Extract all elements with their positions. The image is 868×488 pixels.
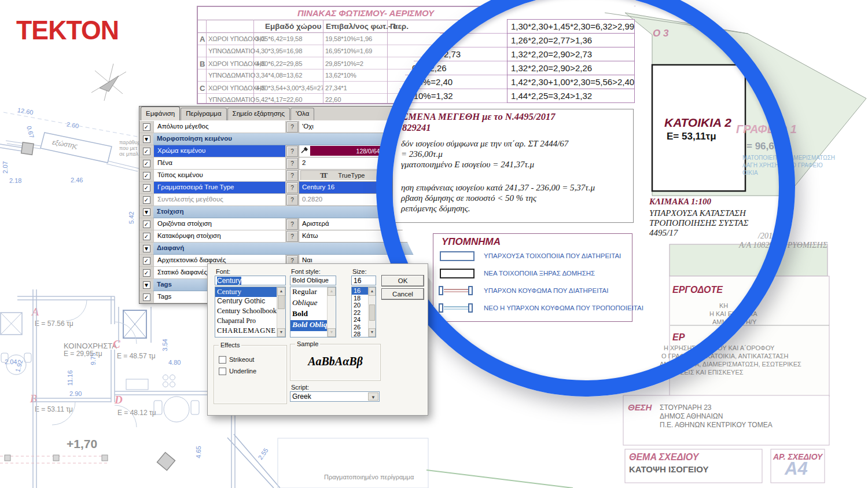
row-required: 22,60 [325, 96, 341, 103]
row-checkbox[interactable]: ✓ [139, 267, 153, 279]
row-checkbox[interactable]: ✓ [139, 157, 153, 170]
scroll-up-icon: ▲ [328, 287, 336, 296]
row-checkbox[interactable]: ✓ [139, 170, 153, 182]
property-label: Πένα [153, 157, 286, 170]
property-label: Συντελεστής μεγέθους [153, 194, 286, 206]
thema-label: ΘΕΜΑ ΣΧΕΔΙΟΥ [629, 452, 698, 463]
font-dialog: Font: Century Century Century Gothic Cen… [207, 263, 428, 416]
truetype-icon: TT [320, 171, 325, 180]
thesi-line: ΣΤΟΥΡΝΑΡΗ 23 [660, 403, 712, 412]
font-style-input[interactable]: Bold Oblique [290, 276, 336, 285]
check-icon: ✓ [143, 196, 150, 204]
size-input[interactable]: 16 [351, 276, 376, 285]
cancel-button[interactable]: Cancel [381, 288, 424, 300]
font-list-item[interactable]: Century Schoolbook [215, 307, 285, 317]
font-list-item[interactable]: Century Gothic [215, 297, 285, 307]
effects-group: Effects Strikeout Underline [214, 345, 287, 404]
tekton-logo: TEKTON [16, 14, 119, 46]
help-button[interactable]: ? [286, 170, 298, 181]
scrollbar-thumb[interactable] [369, 304, 375, 321]
font-label: Font: [216, 268, 230, 275]
row-required: 13,62*10% [325, 72, 356, 79]
row-name: ΥΠΝΟΔΩΜΑΤΙΟ [208, 47, 255, 54]
size-label: Size: [352, 268, 366, 275]
sample-group: Sample AaBbΑαΒβ [290, 344, 381, 381]
section-dropdown[interactable]: ▼ [139, 133, 153, 145]
tab-perigramma[interactable]: Περίγραμμα [181, 108, 226, 120]
column-header-area: Εμβαδό χώρου [265, 22, 321, 31]
help-button[interactable]: ? [286, 231, 298, 242]
row-checkbox[interactable]: ✓ [139, 230, 153, 243]
font-list-item[interactable]: CHARLEMAGNE [215, 326, 285, 336]
row-checkbox[interactable]: ✓ [139, 255, 153, 267]
size-list[interactable]: 16 18 20 22 24 26 28 ▲ ▼ [351, 287, 376, 337]
sheet-number-value: A4 [785, 458, 808, 479]
check-icon: ✓ [143, 269, 150, 277]
scroll-up-icon[interactable]: ▲ [369, 287, 376, 296]
scroll-down-icon[interactable]: ▼ [369, 328, 376, 337]
underline-label: Underline [229, 368, 256, 375]
row-checkbox[interactable]: ✓ [139, 182, 153, 194]
row-group: C [200, 84, 205, 93]
font-input[interactable]: Century [215, 276, 286, 285]
column-header-required: Επιβαλ/νος φωτ.- αερ. [326, 22, 409, 31]
chevron-down-icon: ▼ [143, 135, 150, 143]
row-area: 3,05*6,42=19,58 [256, 35, 302, 42]
scrollbar-thumb[interactable] [278, 295, 285, 309]
font-list-scrollbar[interactable]: ▲ ▼ [277, 287, 285, 337]
tab-ola[interactable]: 'Ολα [290, 108, 314, 120]
scroll-down-icon[interactable]: ▼ [277, 328, 285, 337]
help-button[interactable]: ? [286, 158, 298, 169]
dropdown-arrow-icon[interactable]: ▼ [368, 392, 378, 401]
tab-emfanisi[interactable]: Εμφάνιση [141, 107, 180, 120]
chevron-down-icon: ▼ [143, 245, 150, 252]
property-label: Χρώμα κειμένου [153, 145, 286, 157]
check-icon: ✓ [143, 221, 150, 228]
section-dropdown[interactable]: ▼ [139, 243, 153, 255]
font-list-item[interactable]: Century [215, 287, 285, 297]
size-list-scrollbar[interactable]: ▲ ▼ [368, 287, 376, 337]
thesi-line: Π.Ε. ΑΘΗΝΩΝ ΚΕΝΤΡΙΚΟΥ ΤΟΜΕΑ [660, 421, 773, 429]
check-icon: ✓ [143, 172, 150, 179]
underline-checkbox[interactable] [219, 368, 226, 375]
row-checkbox[interactable]: ✓ [139, 145, 153, 157]
row-checkbox[interactable]: ✓ [139, 291, 153, 303]
help-button[interactable]: ? [286, 182, 298, 193]
font-list[interactable]: Century Century Gothic Century Schoolboo… [215, 287, 286, 337]
sample-text: AaBbΑαΒβ [308, 355, 363, 368]
help-button[interactable]: ? [286, 146, 298, 157]
strikeout-checkbox[interactable] [219, 356, 226, 364]
section-dropdown[interactable]: ▼ [139, 279, 153, 291]
ok-button[interactable]: OK [381, 275, 424, 287]
font-list-item[interactable]: Chaparral Pro [215, 317, 285, 326]
scroll-up-icon[interactable]: ▲ [277, 287, 285, 296]
help-button[interactable]: ? [286, 219, 298, 230]
tab-bar: Εμφάνιση Περίγραμμα Σημείο εξάρτησης 'Ολ… [139, 107, 428, 121]
eyedropper-icon [300, 146, 309, 154]
row-area: 5,42*4,17=22,60 [256, 96, 302, 103]
tab-simeio-exartisis[interactable]: Σημείο εξάρτησης [227, 108, 290, 120]
check-icon: ✓ [143, 233, 150, 240]
property-label: Τύπος κειμένου [153, 170, 286, 182]
chevron-down-icon: ▼ [143, 281, 150, 289]
row-checkbox[interactable]: ✓ [139, 121, 153, 133]
script-dropdown[interactable]: Greek ▼ [290, 391, 380, 402]
help-button[interactable]: ? [286, 122, 298, 133]
check-icon: ✓ [143, 293, 150, 301]
row-name: ΥΠΝΟΔΩΜΑΤΙΟ [208, 72, 255, 79]
property-label: Κατακόρυφη στοίχιση [153, 230, 286, 243]
check-icon: ✓ [143, 148, 150, 155]
row-required: 19,58*10%=1,96 [325, 35, 372, 42]
row-group: A [200, 35, 205, 43]
help-button[interactable]: ? [286, 195, 298, 206]
row-checkbox[interactable]: ✓ [139, 194, 153, 206]
row-area: 4,80*3,54+3,00*3,45=27,34 [256, 85, 323, 91]
row-required: 27,34*1 [325, 85, 347, 91]
thesi-label: ΘΕΣΗ [628, 402, 652, 412]
property-label: Γραμματοσειρά True Type [153, 182, 286, 194]
font-style-list[interactable]: Regular Oblique Bold Bold Obliqu ▲ ▼ [290, 287, 336, 337]
style-list-scrollbar[interactable]: ▲ ▼ [327, 287, 336, 337]
section-dropdown[interactable]: ▼ [139, 206, 153, 218]
thesi-line: ΔΗΜΟΣ ΑΘΗΝΑΙΩΝ [660, 412, 723, 420]
row-checkbox[interactable]: ✓ [139, 218, 153, 230]
